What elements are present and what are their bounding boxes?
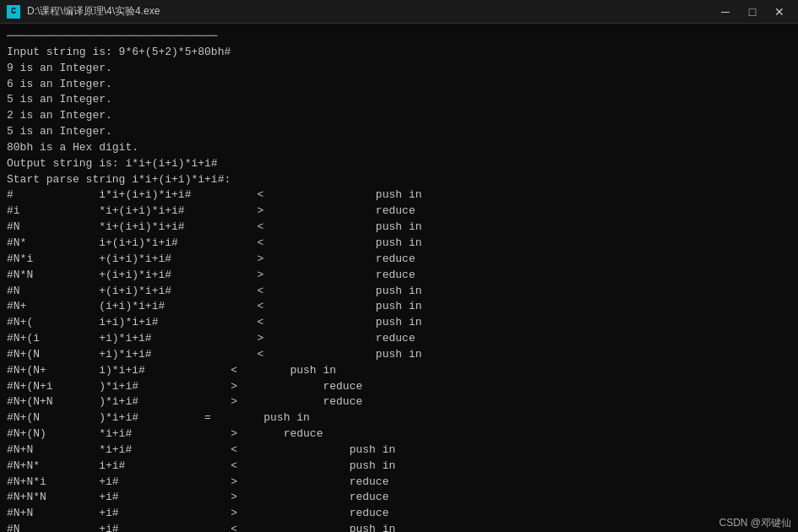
console-line: #N+(i +i)*i+i# > reduce <box>7 331 791 347</box>
window-title: D:\课程\编译原理\4\实验4.exe <box>27 4 160 19</box>
footer-text: CSDN @邓键仙 <box>719 517 791 529</box>
console-line: 5 is an Integer. <box>7 124 791 140</box>
console-line: #N*i +(i+i)*i+i# > reduce <box>7 252 791 268</box>
minimize-button[interactable]: ─ <box>714 3 737 20</box>
console-line: #N+(N )*i+i# = push in <box>7 410 791 426</box>
app-icon: C <box>7 5 20 19</box>
console-line: Start parse string i*i+(i+i)*i+i#: <box>7 172 791 188</box>
console-line: #N+(N+N )*i+i# > reduce <box>7 394 791 410</box>
console-line: #N *i+(i+i)*i+i# < push in <box>7 220 791 236</box>
console-line: #i *i+(i+i)*i+i# > reduce <box>7 204 791 220</box>
console-line: #N +(i+i)*i+i# < push in <box>7 284 791 300</box>
console-line: #N+ (i+i)*i+i# < push in <box>7 299 791 315</box>
console-line: #N+( i+i)*i+i# < push in <box>7 315 791 331</box>
console-line: #N+(N+i )*i+i# > reduce <box>7 379 791 395</box>
console-line: 9 is an Integer. <box>7 61 791 77</box>
console-line: #N+N +i# > reduce <box>7 506 791 522</box>
console-line: #N* i+(i+i)*i+i# < push in <box>7 236 791 252</box>
console-line: # i*i+(i+i)*i+i# < push in <box>7 187 791 204</box>
window-controls: ─ □ ✕ <box>714 3 791 20</box>
console-line: Input string is: 9*6+(5+2)*5+80bh# <box>7 45 791 61</box>
footer-bar: CSDN @邓键仙 <box>712 514 798 532</box>
console-line: #N+(N) *i+i# > reduce <box>7 426 791 442</box>
console-line: 2 is an Integer. <box>7 108 791 124</box>
console-line: ──────────────────────────────── <box>7 29 791 45</box>
console-line: #N+N* i+i# < push in <box>7 459 791 475</box>
console-line: #N+(N+ i)*i+i# < push in <box>7 363 791 379</box>
maximize-button[interactable]: □ <box>741 3 764 20</box>
console-line: #N+(N +i)*i+i# < push in <box>7 347 791 363</box>
console-line: #N +i# < push in <box>7 522 791 532</box>
console-line: 80bh is a Hex digit. <box>7 140 791 156</box>
console-line: #N+N*i +i# > reduce <box>7 475 791 491</box>
console-line: #N+N*N +i# > reduce <box>7 490 791 506</box>
close-button[interactable]: ✕ <box>768 3 791 20</box>
title-bar-left: C D:\课程\编译原理\4\实验4.exe <box>7 4 160 19</box>
console-line: 6 is an Integer. <box>7 77 791 93</box>
console-line: #N*N +(i+i)*i+i# > reduce <box>7 268 791 284</box>
console-line: Output string is: i*i+(i+i)*i+i# <box>7 156 791 172</box>
console-line: #N+N *i+i# < push in <box>7 442 791 459</box>
console-output: ────────────────────────────────Input st… <box>0 24 798 532</box>
console-line: 5 is an Integer. <box>7 92 791 108</box>
title-bar: C D:\课程\编译原理\4\实验4.exe ─ □ ✕ <box>0 0 798 24</box>
